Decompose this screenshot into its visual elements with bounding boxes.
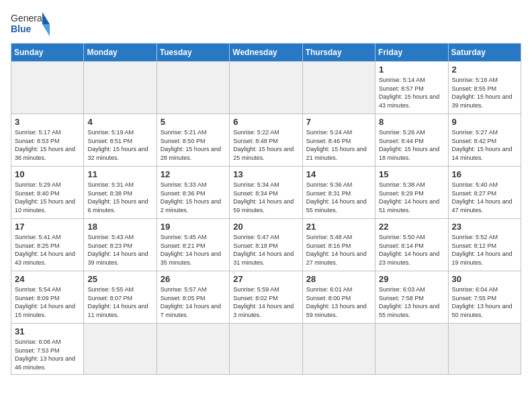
day-number: 23: [452, 222, 517, 232]
weekday-header-friday: Friday: [375, 44, 448, 62]
day-info: Sunrise: 5:14 AM Sunset: 8:57 PM Dayligh…: [379, 76, 444, 109]
svg-text:General: General: [11, 13, 44, 24]
calendar-cell: 30Sunrise: 6:04 AM Sunset: 7:55 PM Dayli…: [448, 271, 521, 324]
calendar-cell: 8Sunrise: 5:26 AM Sunset: 8:44 PM Daylig…: [375, 114, 448, 167]
calendar-cell: 4Sunrise: 5:19 AM Sunset: 8:51 PM Daylig…: [84, 114, 157, 167]
day-info: Sunrise: 6:01 AM Sunset: 8:00 PM Dayligh…: [306, 285, 371, 319]
calendar-cell: 14Sunrise: 5:36 AM Sunset: 8:31 PM Dayli…: [302, 167, 375, 219]
calendar-cell: 29Sunrise: 6:03 AM Sunset: 7:58 PM Dayli…: [375, 271, 448, 324]
day-info: Sunrise: 5:36 AM Sunset: 8:31 PM Dayligh…: [306, 181, 371, 214]
calendar-cell: 17Sunrise: 5:41 AM Sunset: 8:25 PM Dayli…: [11, 219, 84, 271]
calendar-cell: 11Sunrise: 5:31 AM Sunset: 8:38 PM Dayli…: [84, 167, 157, 219]
day-info: Sunrise: 5:26 AM Sunset: 8:44 PM Dayligh…: [379, 128, 444, 162]
day-number: 8: [379, 117, 444, 127]
day-info: Sunrise: 5:29 AM Sunset: 8:40 PM Dayligh…: [15, 181, 80, 214]
day-info: Sunrise: 5:54 AM Sunset: 8:09 PM Dayligh…: [15, 285, 80, 319]
calendar-cell: 31Sunrise: 6:06 AM Sunset: 7:53 PM Dayli…: [11, 324, 84, 375]
weekday-header-monday: Monday: [84, 44, 157, 62]
calendar-cell: [448, 324, 521, 375]
calendar-cell: 15Sunrise: 5:38 AM Sunset: 8:29 PM Dayli…: [375, 167, 448, 219]
day-info: Sunrise: 5:43 AM Sunset: 8:23 PM Dayligh…: [87, 233, 152, 267]
weekday-header-tuesday: Tuesday: [157, 44, 229, 62]
week-row-6: 31Sunrise: 6:06 AM Sunset: 7:53 PM Dayli…: [11, 324, 521, 375]
calendar-cell: 16Sunrise: 5:40 AM Sunset: 8:27 PM Dayli…: [448, 167, 521, 219]
day-info: Sunrise: 5:31 AM Sunset: 8:38 PM Dayligh…: [87, 181, 152, 214]
calendar-cell: 6Sunrise: 5:22 AM Sunset: 8:48 PM Daylig…: [230, 114, 302, 167]
calendar-cell: 13Sunrise: 5:34 AM Sunset: 8:34 PM Dayli…: [230, 167, 302, 219]
day-info: Sunrise: 5:48 AM Sunset: 8:16 PM Dayligh…: [306, 233, 371, 267]
calendar-cell: 10Sunrise: 5:29 AM Sunset: 8:40 PM Dayli…: [11, 167, 84, 219]
day-number: 20: [233, 222, 298, 232]
weekday-header-row: SundayMondayTuesdayWednesdayThursdayFrid…: [11, 44, 521, 62]
day-number: 18: [87, 222, 152, 232]
calendar-cell: [302, 324, 375, 375]
day-number: 17: [15, 222, 80, 232]
day-number: 15: [379, 169, 444, 179]
day-info: Sunrise: 6:06 AM Sunset: 7:53 PM Dayligh…: [15, 338, 80, 371]
calendar-cell: 3Sunrise: 5:17 AM Sunset: 8:53 PM Daylig…: [11, 114, 84, 167]
day-info: Sunrise: 5:41 AM Sunset: 8:25 PM Dayligh…: [15, 233, 80, 267]
day-info: Sunrise: 5:22 AM Sunset: 8:48 PM Dayligh…: [233, 128, 298, 162]
page-header: GeneralBlue: [11, 11, 521, 38]
day-info: Sunrise: 5:17 AM Sunset: 8:53 PM Dayligh…: [15, 128, 80, 162]
calendar-cell: 28Sunrise: 6:01 AM Sunset: 8:00 PM Dayli…: [302, 271, 375, 324]
calendar-cell: [84, 324, 157, 375]
day-number: 19: [161, 222, 226, 232]
day-info: Sunrise: 5:45 AM Sunset: 8:21 PM Dayligh…: [161, 233, 226, 267]
week-row-5: 24Sunrise: 5:54 AM Sunset: 8:09 PM Dayli…: [11, 271, 521, 324]
day-number: 1: [379, 64, 444, 75]
day-number: 31: [15, 326, 80, 336]
calendar-cell: [11, 62, 84, 114]
day-info: Sunrise: 5:47 AM Sunset: 8:18 PM Dayligh…: [233, 233, 298, 267]
day-number: 30: [452, 274, 517, 284]
calendar-cell: 19Sunrise: 5:45 AM Sunset: 8:21 PM Dayli…: [157, 219, 229, 271]
calendar-table: SundayMondayTuesdayWednesdayThursdayFrid…: [11, 43, 521, 375]
day-number: 7: [306, 117, 371, 127]
calendar-cell: 18Sunrise: 5:43 AM Sunset: 8:23 PM Dayli…: [84, 219, 157, 271]
day-number: 22: [379, 222, 444, 232]
calendar-cell: [157, 324, 229, 375]
day-number: 9: [452, 117, 517, 127]
svg-marker-3: [42, 24, 50, 36]
day-info: Sunrise: 5:19 AM Sunset: 8:51 PM Dayligh…: [87, 128, 152, 162]
day-info: Sunrise: 5:24 AM Sunset: 8:46 PM Dayligh…: [306, 128, 371, 162]
calendar-cell: 2Sunrise: 5:16 AM Sunset: 8:55 PM Daylig…: [448, 62, 521, 114]
day-number: 28: [306, 274, 371, 284]
calendar-cell: [375, 324, 448, 375]
calendar-cell: 23Sunrise: 5:52 AM Sunset: 8:12 PM Dayli…: [448, 219, 521, 271]
day-info: Sunrise: 5:50 AM Sunset: 8:14 PM Dayligh…: [379, 233, 444, 267]
calendar-cell: [84, 62, 157, 114]
calendar-cell: 12Sunrise: 5:33 AM Sunset: 8:36 PM Dayli…: [157, 167, 229, 219]
calendar-cell: 9Sunrise: 5:27 AM Sunset: 8:42 PM Daylig…: [448, 114, 521, 167]
week-row-2: 3Sunrise: 5:17 AM Sunset: 8:53 PM Daylig…: [11, 114, 521, 167]
calendar-cell: [230, 62, 302, 114]
day-number: 13: [233, 169, 298, 179]
day-info: Sunrise: 5:34 AM Sunset: 8:34 PM Dayligh…: [233, 181, 298, 214]
day-number: 16: [452, 169, 517, 179]
week-row-3: 10Sunrise: 5:29 AM Sunset: 8:40 PM Dayli…: [11, 167, 521, 219]
calendar-cell: 5Sunrise: 5:21 AM Sunset: 8:50 PM Daylig…: [157, 114, 229, 167]
calendar-cell: [157, 62, 229, 114]
day-number: 3: [15, 117, 80, 127]
week-row-4: 17Sunrise: 5:41 AM Sunset: 8:25 PM Dayli…: [11, 219, 521, 271]
day-number: 24: [15, 274, 80, 284]
weekday-header-saturday: Saturday: [448, 44, 521, 62]
day-info: Sunrise: 5:55 AM Sunset: 8:07 PM Dayligh…: [87, 285, 152, 319]
calendar-cell: 7Sunrise: 5:24 AM Sunset: 8:46 PM Daylig…: [302, 114, 375, 167]
day-info: Sunrise: 5:16 AM Sunset: 8:55 PM Dayligh…: [452, 76, 517, 109]
day-info: Sunrise: 5:57 AM Sunset: 8:05 PM Dayligh…: [161, 285, 226, 319]
day-number: 11: [87, 169, 152, 179]
day-number: 2: [452, 64, 517, 75]
logo: GeneralBlue: [11, 11, 51, 38]
day-number: 25: [87, 274, 152, 284]
calendar-cell: 22Sunrise: 5:50 AM Sunset: 8:14 PM Dayli…: [375, 219, 448, 271]
day-info: Sunrise: 5:52 AM Sunset: 8:12 PM Dayligh…: [452, 233, 517, 267]
calendar-cell: 26Sunrise: 5:57 AM Sunset: 8:05 PM Dayli…: [157, 271, 229, 324]
day-info: Sunrise: 5:59 AM Sunset: 8:02 PM Dayligh…: [233, 285, 298, 319]
day-info: Sunrise: 6:04 AM Sunset: 7:55 PM Dayligh…: [452, 285, 517, 319]
calendar-cell: 25Sunrise: 5:55 AM Sunset: 8:07 PM Dayli…: [84, 271, 157, 324]
day-number: 14: [306, 169, 371, 179]
day-number: 12: [161, 169, 226, 179]
day-info: Sunrise: 5:38 AM Sunset: 8:29 PM Dayligh…: [379, 181, 444, 214]
calendar-cell: 20Sunrise: 5:47 AM Sunset: 8:18 PM Dayli…: [230, 219, 302, 271]
